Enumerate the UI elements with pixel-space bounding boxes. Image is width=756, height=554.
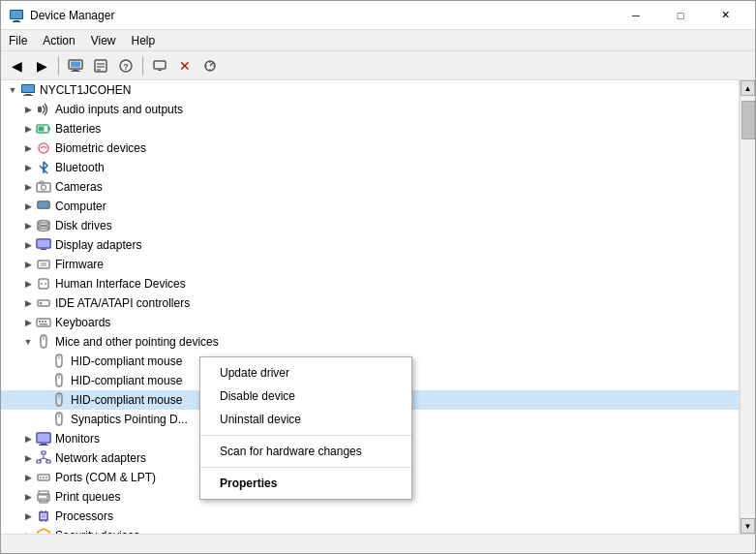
expand-firmware[interactable]: ▶	[20, 257, 36, 272]
expand-root[interactable]: ▼	[5, 82, 20, 98]
tree-item-batteries[interactable]: ▶ Batteries	[1, 119, 739, 138]
scroll-up-button[interactable]: ▲	[741, 80, 755, 96]
tree-item-keyboards[interactable]: ▶ Keyboards	[1, 313, 739, 332]
security-label: Security devices	[55, 529, 139, 534]
expand-display[interactable]: ▶	[20, 237, 36, 253]
tree-item-ide[interactable]: ▶ IDE ATA/ATAPI controllers	[1, 293, 739, 313]
expand-hid[interactable]: ▶	[20, 276, 36, 292]
icon-bluetooth	[36, 160, 51, 175]
vertical-scrollbar[interactable]: ▲ ▼	[740, 80, 755, 534]
monitors-label: Monitors	[55, 432, 100, 446]
scroll-down-button[interactable]: ▼	[741, 518, 755, 534]
scroll-thumb[interactable]	[741, 101, 755, 139]
icon-camera	[36, 179, 51, 195]
tree-item-biometric[interactable]: ▶ Biometric devices	[1, 138, 739, 158]
icon-computer	[20, 82, 36, 98]
toolbar: ◀ ▶ ?	[1, 51, 755, 80]
help-button[interactable]: ?	[114, 54, 137, 77]
icon-disk	[36, 218, 51, 233]
disk-label: Disk drives	[55, 219, 112, 232]
minimize-button[interactable]: ─	[614, 1, 658, 30]
ctx-disable-device[interactable]: Disable device	[200, 385, 411, 408]
expand-monitors[interactable]: ▶	[20, 431, 36, 446]
menu-action[interactable]: Action	[35, 30, 82, 50]
svg-line-64	[44, 458, 48, 460]
tree-item-audio[interactable]: ▶ Audio inputs and outputs	[1, 100, 739, 119]
scroll-track[interactable]	[741, 96, 755, 518]
computer-button[interactable]	[64, 54, 87, 77]
icon-monitors	[36, 431, 51, 446]
tree-item-firmware[interactable]: ▶ Firmware	[1, 255, 739, 274]
expand-network[interactable]: ▶	[20, 450, 36, 466]
expand-ports[interactable]: ▶	[20, 470, 36, 485]
menu-bar: File Action View Help	[1, 30, 755, 51]
expand-audio[interactable]: ▶	[20, 102, 36, 117]
ctx-separator-1	[200, 435, 411, 436]
svg-point-68	[45, 477, 47, 478]
svg-rect-30	[39, 202, 48, 207]
menu-file[interactable]: File	[1, 30, 35, 50]
svg-rect-48	[45, 321, 46, 323]
tree-item-mice[interactable]: ▼ Mice and other pointing devices	[1, 332, 739, 352]
expand-ide[interactable]: ▶	[20, 295, 36, 311]
forward-button[interactable]: ▶	[30, 54, 53, 77]
svg-rect-19	[25, 94, 31, 95]
expand-cameras[interactable]: ▶	[20, 179, 36, 195]
expand-print[interactable]: ▶	[20, 489, 36, 505]
tree-item-security[interactable]: ▶ Security devices	[1, 526, 739, 534]
root-label: NYCLT1JCOHEN	[40, 83, 131, 97]
tree-item-computer[interactable]: ▶ Computer	[1, 197, 739, 216]
expand-biometric[interactable]: ▶	[20, 140, 36, 156]
icon-hid	[36, 276, 51, 292]
ports-label: Ports (COM & LPT)	[55, 471, 156, 484]
tree-item-hid[interactable]: ▶ Human Interface Devices	[1, 274, 739, 293]
svg-line-63	[39, 458, 44, 460]
svg-point-41	[41, 283, 43, 285]
back-button[interactable]: ◀	[5, 54, 28, 77]
maximize-button[interactable]: □	[658, 1, 703, 30]
icon-mouse2	[51, 373, 67, 388]
mouse3-label: HID-compliant mouse	[71, 393, 182, 407]
icon-keyboard	[36, 315, 51, 330]
ctx-properties[interactable]: Properties	[200, 472, 411, 495]
icon-mouse1	[51, 354, 67, 369]
mouse1-label: HID-compliant mouse	[71, 354, 182, 368]
mice-label: Mice and other pointing devices	[55, 335, 219, 349]
properties-button[interactable]	[89, 54, 112, 77]
ctx-uninstall-device[interactable]: Uninstall device	[200, 408, 411, 431]
toolbar-separator-2	[142, 56, 143, 76]
expand-keyboards[interactable]: ▶	[20, 315, 36, 330]
scan-button[interactable]	[198, 54, 222, 77]
svg-rect-1	[11, 11, 22, 18]
ide-label: IDE ATA/ATAPI controllers	[55, 296, 190, 310]
tree-item-disk[interactable]: ▶ Disk drives	[1, 216, 739, 235]
menu-view[interactable]: View	[83, 30, 124, 50]
expand-computer-item[interactable]: ▶	[20, 199, 36, 214]
window-title: Device Manager	[30, 9, 114, 22]
svg-rect-37	[38, 261, 49, 268]
print-label: Print queues	[55, 490, 120, 504]
tree-item-processors[interactable]: ▶ Processors	[1, 507, 739, 526]
title-left: Device Manager	[9, 8, 114, 23]
expand-mice[interactable]: ▼	[20, 334, 36, 350]
svg-rect-3	[13, 21, 20, 22]
ctx-scan-hardware[interactable]: Scan for hardware changes	[200, 440, 411, 463]
tree-item-bluetooth[interactable]: ▶ Bluetooth	[1, 158, 739, 177]
svg-rect-24	[39, 127, 45, 132]
menu-help[interactable]: Help	[124, 30, 164, 50]
expand-processors[interactable]: ▶	[20, 508, 36, 524]
close-button[interactable]: ✕	[703, 1, 747, 30]
svg-rect-2	[14, 20, 19, 21]
device-button[interactable]	[148, 54, 171, 77]
svg-rect-61	[46, 460, 50, 463]
tree-item-root[interactable]: ▼ NYCLT1JCOHEN	[1, 80, 739, 100]
expand-batteries[interactable]: ▶	[20, 121, 36, 137]
remove-button[interactable]: ✕	[173, 54, 197, 77]
expand-disk[interactable]: ▶	[20, 218, 36, 233]
svg-rect-21	[38, 107, 42, 112]
expand-bluetooth[interactable]: ▶	[20, 160, 36, 175]
tree-item-display[interactable]: ▶ Display adapters	[1, 235, 739, 255]
expand-security[interactable]: ▶	[20, 528, 36, 534]
ctx-update-driver[interactable]: Update driver	[200, 361, 411, 385]
tree-item-cameras[interactable]: ▶ Cameras	[1, 177, 739, 197]
